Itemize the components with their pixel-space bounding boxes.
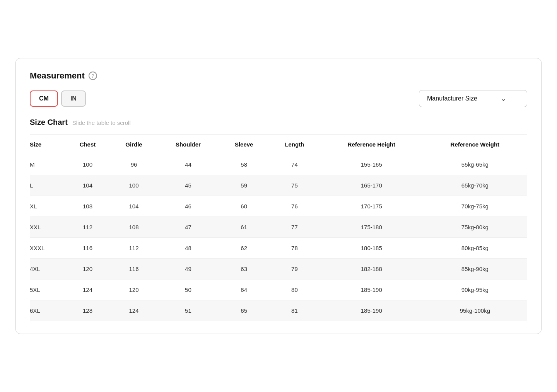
- table-cell-size: XL: [30, 196, 65, 217]
- table-row: XL108104466076170-17570kg-75kg: [30, 196, 527, 217]
- table-wrapper: SizeChestGirdleShoulderSleeveLengthRefer…: [30, 135, 527, 321]
- table-header-chest: Chest: [65, 135, 110, 154]
- table-cell-reference-weight: 85kg-90kg: [423, 259, 527, 280]
- table-header-sleeve: Sleeve: [219, 135, 269, 154]
- table-cell-size: M: [30, 154, 65, 175]
- section-header: Measurement ?: [30, 71, 527, 81]
- table-cell-sleeve: 58: [219, 154, 269, 175]
- table-cell-sleeve: 64: [219, 280, 269, 300]
- table-body: M10096445874155-16555kg-65kgL10410045597…: [30, 154, 527, 321]
- table-cell-chest: 108: [65, 196, 110, 217]
- table-cell-girdle: 116: [110, 259, 157, 280]
- manufacturer-size-label: Manufacturer Size: [427, 95, 477, 102]
- table-header-length: Length: [269, 135, 320, 154]
- table-cell-reference-height: 155-165: [320, 154, 423, 175]
- table-cell-girdle: 96: [110, 154, 157, 175]
- unit-toggle: CM IN: [30, 90, 89, 107]
- table-cell-sleeve: 60: [219, 196, 269, 217]
- size-table: SizeChestGirdleShoulderSleeveLengthRefer…: [30, 135, 527, 321]
- table-cell-reference-weight: 70kg-75kg: [423, 196, 527, 217]
- table-cell-girdle: 120: [110, 280, 157, 300]
- table-cell-size: L: [30, 175, 65, 196]
- table-cell-girdle: 100: [110, 175, 157, 196]
- table-cell-sleeve: 61: [219, 217, 269, 238]
- table-cell-sleeve: 59: [219, 175, 269, 196]
- table-cell-reference-height: 175-180: [320, 217, 423, 238]
- table-cell-reference-height: 180-185: [320, 238, 423, 259]
- table-row: 5XL124120506480185-19090kg-95kg: [30, 280, 527, 300]
- table-cell-shoulder: 51: [157, 300, 219, 321]
- table-cell-reference-height: 170-175: [320, 196, 423, 217]
- controls-row: CM IN Manufacturer Size ⌄: [30, 90, 527, 107]
- table-cell-shoulder: 49: [157, 259, 219, 280]
- table-cell-length: 76: [269, 196, 320, 217]
- table-cell-sleeve: 63: [219, 259, 269, 280]
- table-cell-length: 77: [269, 217, 320, 238]
- manufacturer-size-dropdown[interactable]: Manufacturer Size ⌄: [419, 90, 527, 107]
- table-cell-shoulder: 46: [157, 196, 219, 217]
- table-row: 6XL128124516581185-19095kg-100kg: [30, 300, 527, 321]
- table-cell-chest: 112: [65, 217, 110, 238]
- cm-button[interactable]: CM: [30, 90, 58, 107]
- table-cell-chest: 100: [65, 154, 110, 175]
- table-row: 4XL120116496379182-18885kg-90kg: [30, 259, 527, 280]
- table-cell-shoulder: 47: [157, 217, 219, 238]
- table-row: XXL112108476177175-18075kg-80kg: [30, 217, 527, 238]
- table-cell-reference-weight: 55kg-65kg: [423, 154, 527, 175]
- table-cell-sleeve: 62: [219, 238, 269, 259]
- scroll-hint: Slide the table to scroll: [72, 119, 131, 126]
- table-cell-girdle: 112: [110, 238, 157, 259]
- table-header-girdle: Girdle: [110, 135, 157, 154]
- table-cell-shoulder: 45: [157, 175, 219, 196]
- table-cell-reference-height: 182-188: [320, 259, 423, 280]
- table-cell-length: 81: [269, 300, 320, 321]
- table-cell-size: XXXL: [30, 238, 65, 259]
- table-cell-girdle: 104: [110, 196, 157, 217]
- table-header-shoulder: Shoulder: [157, 135, 219, 154]
- table-cell-chest: 104: [65, 175, 110, 196]
- table-cell-shoulder: 48: [157, 238, 219, 259]
- table-cell-size: 6XL: [30, 300, 65, 321]
- table-cell-chest: 124: [65, 280, 110, 300]
- table-cell-shoulder: 50: [157, 280, 219, 300]
- table-cell-chest: 120: [65, 259, 110, 280]
- table-header-reference-weight: Reference Weight: [423, 135, 527, 154]
- table-row: L104100455975165-17065kg-70kg: [30, 175, 527, 196]
- table-cell-reference-height: 185-190: [320, 300, 423, 321]
- table-cell-girdle: 124: [110, 300, 157, 321]
- table-header-reference-height: Reference Height: [320, 135, 423, 154]
- table-cell-reference-height: 165-170: [320, 175, 423, 196]
- table-cell-shoulder: 44: [157, 154, 219, 175]
- table-cell-length: 79: [269, 259, 320, 280]
- measurement-title: Measurement: [30, 71, 85, 81]
- chevron-down-icon: ⌄: [501, 94, 506, 103]
- in-button[interactable]: IN: [61, 90, 86, 107]
- table-cell-size: 4XL: [30, 259, 65, 280]
- table-cell-girdle: 108: [110, 217, 157, 238]
- table-cell-length: 74: [269, 154, 320, 175]
- table-cell-length: 75: [269, 175, 320, 196]
- size-chart-header: Size Chart Slide the table to scroll: [30, 118, 527, 127]
- table-cell-chest: 128: [65, 300, 110, 321]
- table-cell-reference-height: 185-190: [320, 280, 423, 300]
- size-chart-title: Size Chart: [30, 118, 68, 127]
- measurement-card: Measurement ? CM IN Manufacturer Size ⌄ …: [15, 58, 542, 334]
- table-cell-length: 78: [269, 238, 320, 259]
- table-cell-reference-weight: 95kg-100kg: [423, 300, 527, 321]
- help-icon[interactable]: ?: [89, 72, 97, 80]
- table-header-size: Size: [30, 135, 65, 154]
- table-cell-reference-weight: 90kg-95kg: [423, 280, 527, 300]
- table-row: M10096445874155-16555kg-65kg: [30, 154, 527, 175]
- table-cell-reference-weight: 75kg-80kg: [423, 217, 527, 238]
- table-header-row: SizeChestGirdleShoulderSleeveLengthRefer…: [30, 135, 527, 154]
- table-cell-chest: 116: [65, 238, 110, 259]
- table-cell-sleeve: 65: [219, 300, 269, 321]
- table-cell-size: 5XL: [30, 280, 65, 300]
- table-cell-length: 80: [269, 280, 320, 300]
- table-cell-reference-weight: 80kg-85kg: [423, 238, 527, 259]
- table-cell-reference-weight: 65kg-70kg: [423, 175, 527, 196]
- table-row: XXXL116112486278180-18580kg-85kg: [30, 238, 527, 259]
- table-cell-size: XXL: [30, 217, 65, 238]
